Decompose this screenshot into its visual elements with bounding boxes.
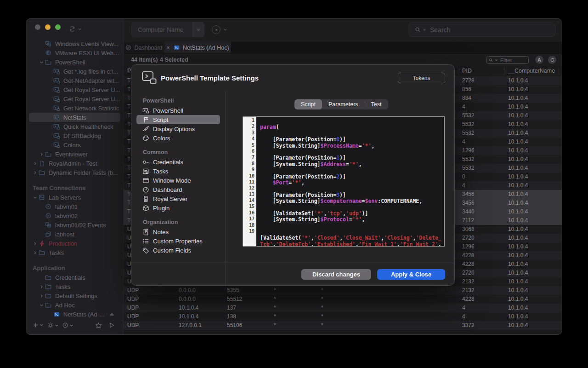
add-button[interactable] (33, 322, 44, 328)
dialog-nav-dashboard[interactable]: Dashboard (136, 185, 220, 194)
sidebar-item-get-netadapter-wit[interactable]: Get-NetAdapter wit... (29, 76, 120, 85)
chevron-right-icon[interactable] (38, 283, 45, 290)
tokens-button[interactable]: Tokens (398, 73, 445, 83)
column-divider[interactable] (459, 68, 459, 75)
sidebar-item-labvm01[interactable]: labvm01 (29, 202, 120, 211)
chevron-down-icon[interactable] (38, 302, 45, 308)
chevron-right-icon[interactable] (32, 240, 38, 247)
apply-close-button[interactable]: Apply & Close (377, 269, 445, 280)
eject-icon[interactable] (109, 311, 115, 317)
sidebar-item-get-log-files-in-c[interactable]: Get *.log files in c:\... (29, 67, 120, 76)
sidebar-item-dfsrbacklog[interactable]: DFSRBacklog (29, 131, 120, 140)
dialog-nav-display-options[interactable]: Display Options (136, 124, 220, 133)
filter-input[interactable] (499, 57, 528, 63)
table-row[interactable]: UDP127.0.0.155106**337210.1.0.4 (124, 321, 562, 330)
connect-play-button[interactable] (108, 322, 115, 328)
column-header-pid[interactable]: PID (462, 68, 472, 74)
chevron-right-icon[interactable] (38, 293, 45, 299)
sidebar-item-labhost[interactable]: labhost (29, 230, 120, 239)
sync-menu-button[interactable] (68, 25, 82, 33)
window-icon (142, 177, 149, 184)
sidebar-item-tasks[interactable]: Tasks (29, 248, 120, 257)
dialog-nav-window-mode[interactable]: Window Mode (136, 176, 220, 185)
dialog-nav-tasks[interactable]: Tasks (136, 167, 220, 176)
dialog-tab-test[interactable]: Test (365, 99, 388, 109)
column-divider[interactable] (504, 68, 504, 75)
sidebar-item-labvm01-02-events[interactable]: labvm01/02 Events (29, 220, 120, 230)
dialog-nav-notes[interactable]: Notes (136, 227, 220, 236)
dialog-tab-script[interactable]: Script (294, 99, 322, 109)
chevron-down-icon[interactable] (423, 28, 426, 32)
host-icon (45, 230, 52, 238)
dialog-nav-colors[interactable]: Colors (136, 133, 220, 143)
dialog-nav-powershell[interactable]: PowerShell (136, 106, 220, 115)
sidebar-item-default-settings[interactable]: Default Settings (29, 291, 120, 300)
sidebar-item-get-royal-server-u[interactable]: Get Royal Server U... (29, 94, 120, 104)
chevron-placeholder (46, 105, 53, 111)
sidebar-item-tasks[interactable]: Tasks (29, 282, 120, 291)
sidebar-item-eventviewer[interactable]: Eventviewer (29, 150, 120, 159)
dialog-nav-script[interactable]: Script (136, 115, 220, 124)
sidebar-item-windows-events-view[interactable]: Windows Events View... (29, 39, 120, 48)
chevron-down-icon[interactable] (223, 28, 227, 32)
sidebar-item-netstats-ad-hoc[interactable]: NetStats (Ad Hoc) (29, 310, 120, 319)
table-row[interactable]: UDP0.0.0.055512**422810.1.0.4 (124, 295, 562, 304)
chevron-down-icon[interactable] (32, 194, 38, 201)
history-button[interactable] (62, 322, 74, 328)
minimize-window-button[interactable] (45, 24, 51, 30)
close-window-button[interactable] (35, 24, 40, 30)
code-line (260, 118, 444, 124)
column-header-computername[interactable]: __ComputerName (508, 68, 555, 74)
settings-button[interactable] (47, 322, 59, 328)
favorites-star-button[interactable] (95, 322, 102, 329)
code-line (260, 130, 444, 136)
dialog-nav-royal-server[interactable]: Royal Server (136, 194, 220, 203)
dialog-nav-credentials[interactable]: Credentials (136, 157, 220, 167)
computer-name-dropdown[interactable]: Computer Name (131, 22, 204, 37)
sidebar-item-lab-servers[interactable]: Lab Servers (29, 193, 120, 202)
dialog-nav-plugin[interactable]: Plugin (136, 203, 220, 213)
table-row[interactable]: UDP10.1.0.4138**410.1.0.4 (124, 312, 562, 321)
sidebar-item-quick-healthcheck[interactable]: Quick Healthcheck (29, 122, 120, 131)
sidebar-item-royaladmin-test[interactable]: RoyalAdmin - Test (29, 159, 120, 168)
search-input[interactable] (429, 26, 523, 34)
tab-dashboard[interactable]: Dashboard (124, 42, 165, 53)
chevron-down-icon[interactable] (192, 22, 204, 37)
sidebar-item-ad-hoc[interactable]: Ad Hoc (29, 300, 120, 310)
search-box[interactable] (408, 23, 555, 37)
dialog-tab-parameters[interactable]: Parameters (322, 99, 365, 109)
tab-netstats-ad-hoc[interactable]: ×NetStats (Ad Hoc) (165, 42, 231, 53)
sidebar-item-get-royal-server-u[interactable]: Get Royal Server U... (29, 85, 120, 94)
sidebar-item-credentials[interactable]: Credentials (29, 273, 120, 282)
sidebar-item-colors[interactable]: Colors (29, 140, 120, 150)
script-editor[interactable]: 12345678910111213141516171819 param( [Pa… (243, 116, 445, 247)
dialog-nav-custom-fields[interactable]: Custom Fields (136, 246, 220, 255)
chevron-down-icon[interactable] (38, 59, 45, 65)
run-command-control[interactable] (212, 25, 227, 34)
filter-box[interactable] (486, 56, 529, 64)
sidebar-item-production[interactable]: Production (29, 239, 120, 248)
refresh-button[interactable] (548, 56, 556, 64)
column-divider[interactable] (559, 68, 559, 75)
table-row[interactable]: UDP0.0.0.05355**213210.1.0.4 (124, 286, 562, 295)
table-row[interactable]: UDP10.1.0.4137**410.1.0.4 (124, 304, 562, 312)
sidebar-item-dynamic-folder-tests-b[interactable]: Dynamic Folder Tests (b... (29, 168, 120, 177)
sidebar-item-get-network-statistic[interactable]: Get Network Statistic (29, 104, 120, 113)
sidebar-item-netstats[interactable]: NetStats (29, 113, 120, 122)
sidebar-item-powershell[interactable]: PowerShell (29, 58, 120, 67)
close-tab-icon[interactable]: × (166, 45, 170, 51)
dialog-nav-custom-properties[interactable]: Custom Properties (136, 236, 220, 246)
discard-changes-button[interactable]: Discard changes (301, 269, 371, 280)
play-icon[interactable] (212, 25, 220, 34)
zoom-window-button[interactable] (55, 24, 61, 30)
code-pane[interactable]: param( [Parameter(Position=0)] [System.S… (256, 117, 444, 246)
font-size-button[interactable]: A (535, 56, 543, 64)
chevron-right-icon[interactable] (32, 249, 38, 256)
chevron-right-icon[interactable] (32, 169, 38, 176)
chevron-right-icon[interactable] (32, 160, 38, 167)
chevron-down-icon[interactable] (495, 58, 498, 62)
sidebar-item-labvm02[interactable]: labvm02 (29, 211, 120, 220)
sidebar-item-vmware-esxi-ui-webp[interactable]: VMware ESXi UI WebP... (29, 48, 120, 58)
top-toolbar: Computer Name (124, 19, 562, 42)
chevron-right-icon[interactable] (38, 151, 45, 157)
